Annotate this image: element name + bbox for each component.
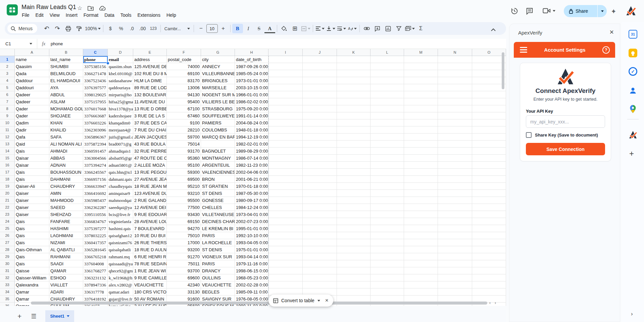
share-button[interactable]: Share [564, 5, 607, 17]
cell-E34[interactable]: 180 CRS VICTO [133, 288, 167, 296]
row-header-2[interactable]: 2 [0, 63, 15, 70]
cell-O24[interactable] [472, 218, 506, 225]
row-header-32[interactable]: 32 [0, 274, 15, 281]
cell-O27[interactable] [472, 239, 506, 246]
cell-B13[interactable]: ALI NOMAN ALI [49, 141, 83, 148]
cell-A9[interactable]: Qader [15, 112, 49, 119]
cell-O16[interactable] [472, 162, 506, 169]
cell-L30[interactable] [370, 260, 404, 267]
row-header-30[interactable]: 30 [0, 260, 15, 267]
column-header-M[interactable]: M [404, 49, 438, 56]
cell-C7[interactable]: 3375157955 [83, 98, 108, 105]
cell-A14[interactable]: Qais [15, 148, 49, 155]
cell-E11[interactable]: 7 RUE DU CHAI [133, 126, 167, 133]
cell-D15[interactable]: absbat95@gr [108, 155, 133, 162]
cell-H20[interactable]: 1987-05-30 0:00 [235, 190, 268, 197]
cell-D18[interactable]: dahmani.qais [108, 176, 133, 183]
cell-B20[interactable]: AMIN [49, 190, 83, 197]
cell-G25[interactable]: LE KREMLIN BI [201, 225, 235, 232]
cell-N27[interactable] [438, 239, 472, 246]
cell-G31[interactable]: DRANCY [201, 267, 235, 274]
cell-C6[interactable]: 3398129025 [83, 91, 108, 98]
cell-H1[interactable]: date_of_birth [235, 56, 268, 63]
cell-F26[interactable]: 75010 [167, 232, 201, 239]
cell-N9[interactable] [438, 112, 472, 119]
gemini-icon[interactable]: ✦ [611, 7, 616, 15]
cell-H32[interactable]: 1968-05-23 0:00 [235, 274, 268, 281]
cell-K25[interactable] [337, 225, 370, 232]
cell-H30[interactable]: 1979-11-16 0:00 [235, 260, 268, 267]
cell-F31[interactable]: 93700 [167, 267, 201, 274]
cell-M12[interactable] [404, 133, 438, 141]
apexverify-addon-icon[interactable] [629, 131, 637, 140]
cell-B7[interactable]: ASLAM [49, 98, 83, 105]
cell-F2[interactable]: 74000 [167, 63, 201, 70]
cell-G8[interactable]: STRASBOURG [201, 105, 235, 112]
cell-K6[interactable] [337, 91, 370, 98]
row-header-24[interactable]: 24 [0, 218, 15, 225]
cell-N26[interactable] [438, 232, 472, 239]
cell-K30[interactable] [337, 260, 370, 267]
document-title[interactable]: Main Raw Leads Q1 [21, 4, 76, 11]
row-header-1[interactable]: 1 [0, 56, 15, 63]
cell-H7[interactable]: 1986-02-02 0:00 [235, 98, 268, 105]
cell-A13[interactable]: Qaid [15, 141, 49, 148]
cell-E26[interactable]: 10 RUE DU BUI [133, 232, 167, 239]
cell-C10[interactable]: 3376603226 [83, 119, 108, 126]
cell-B16[interactable]: ADNAN [49, 162, 83, 169]
cell-O15[interactable] [472, 155, 506, 162]
cell-G7[interactable]: VILLIERS LE BE [201, 98, 235, 105]
cell-A18[interactable]: Qais [15, 176, 49, 183]
cell-F30[interactable]: 75011 [167, 260, 201, 267]
cell-C28[interactable]: 3365281645 [83, 246, 108, 253]
cell-C22[interactable]: 3362362287 [83, 204, 108, 211]
cell-L34[interactable] [370, 288, 404, 296]
cell-E29[interactable]: 6 RUE HENRI R [133, 253, 167, 260]
comment-history-icon[interactable] [526, 7, 533, 15]
cell-C5[interactable]: 3376397577 [83, 84, 108, 91]
cell-O11[interactable] [472, 126, 506, 133]
cell-J4[interactable] [303, 77, 337, 84]
cell-K23[interactable] [337, 211, 370, 218]
cell-C14[interactable]: 3360591457 [83, 148, 108, 155]
cell-A15[interactable]: Qaisar [15, 155, 49, 162]
cell-N5[interactable] [438, 84, 472, 91]
row-header-28[interactable]: 28 [0, 246, 15, 253]
cell-H26[interactable]: 1992-10-10 0:00 [235, 232, 268, 239]
cell-E23[interactable]: 9 RUE EDOUAR [133, 211, 167, 218]
column-header-J[interactable]: J [303, 49, 337, 56]
cell-N18[interactable] [438, 176, 472, 183]
cell-A4[interactable]: Qaddour [15, 77, 49, 84]
cell-A12[interactable]: Qafa [15, 133, 49, 141]
cell-A24[interactable]: Qais [15, 218, 49, 225]
cell-G29[interactable]: VIGNEUX SUR [201, 253, 235, 260]
cell-C32[interactable]: 3363231132 [83, 274, 108, 281]
cell-E18[interactable]: 27 AVENUE JEA [133, 176, 167, 183]
cell-F10[interactable]: 9100 [167, 119, 201, 126]
cell-I11[interactable] [268, 126, 303, 133]
cell-K27[interactable] [337, 239, 370, 246]
cell-I4[interactable] [268, 77, 303, 84]
vertical-scrollbar[interactable] [502, 52, 504, 89]
cell-E8[interactable]: 13 RUE D ORBE [133, 105, 167, 112]
cell-K11[interactable] [337, 126, 370, 133]
menu-edit[interactable]: Edit [33, 11, 47, 19]
cell-L16[interactable] [370, 162, 404, 169]
cell-J24[interactable] [303, 218, 337, 225]
cell-O5[interactable] [472, 84, 506, 91]
row-header-3[interactable]: 3 [0, 70, 15, 77]
cell-D16[interactable]: adnan5801@ [108, 162, 133, 169]
cell-D19[interactable]: chaudhryqais [108, 183, 133, 190]
name-box-caret[interactable] [30, 43, 32, 45]
cell-J30[interactable] [303, 260, 337, 267]
cell-N29[interactable] [438, 253, 472, 260]
cell-K14[interactable] [337, 148, 370, 155]
cell-E25[interactable]: 7 BOULEVARD [133, 225, 167, 232]
cell-J6[interactable] [303, 91, 337, 98]
cell-N2[interactable] [438, 63, 472, 70]
cell-E2[interactable]: 125 AVENUE DE [133, 63, 167, 70]
cell-H22[interactable]: 1984-12-24 0:00 [235, 204, 268, 211]
menus-search[interactable]: Menus [7, 24, 37, 33]
cell-C8[interactable]: 3376017668 [83, 105, 108, 112]
cell-E32[interactable]: 9 RUE CAMILLE [133, 274, 167, 281]
